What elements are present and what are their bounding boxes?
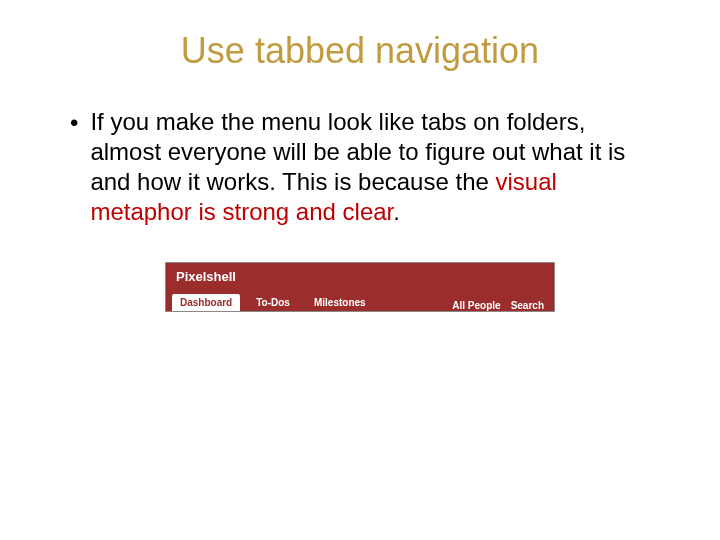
nav-tabs-right: All People Search — [452, 300, 548, 311]
tab-all-people[interactable]: All People — [452, 300, 500, 311]
nav-brand: Pixelshell — [165, 262, 555, 290]
tab-milestones[interactable]: Milestones — [306, 294, 374, 311]
body-text-part2: . — [393, 198, 400, 225]
tab-search[interactable]: Search — [511, 300, 544, 311]
bullet-item: • If you make the menu look like tabs on… — [70, 107, 660, 227]
nav-tabs-left: Dashboard To-Dos Milestones — [172, 294, 374, 311]
nav-tab-bar: Dashboard To-Dos Milestones All People S… — [165, 290, 555, 312]
slide-title: Use tabbed navigation — [60, 30, 660, 72]
tabbed-nav-example: Pixelshell Dashboard To-Dos Milestones A… — [165, 262, 555, 312]
tab-dashboard[interactable]: Dashboard — [172, 294, 240, 311]
bullet-marker: • — [70, 109, 78, 138]
tab-todos[interactable]: To-Dos — [248, 294, 298, 311]
body-text: If you make the menu look like tabs on f… — [90, 107, 660, 227]
